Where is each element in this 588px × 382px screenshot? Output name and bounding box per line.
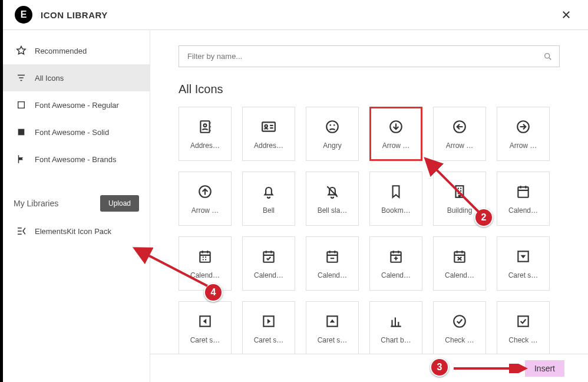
icon-card[interactable]: Arrow …: [369, 107, 422, 161]
icon-card[interactable]: Building: [433, 172, 486, 226]
check-circle-icon: [452, 312, 467, 330]
icon-card[interactable]: Calend…: [306, 236, 359, 291]
upload-button[interactable]: Upload: [100, 195, 139, 212]
icon-card[interactable]: Check …: [497, 301, 550, 354]
icon-card[interactable]: Chart b…: [369, 301, 422, 354]
bookmark-icon: [388, 183, 404, 200]
icon-card[interactable]: Check …: [433, 301, 486, 354]
address-book-icon: [197, 118, 213, 136]
icon-label: Calend…: [190, 271, 220, 279]
caret-square-down-icon: [516, 248, 531, 265]
icon-card[interactable]: Caret s…: [242, 301, 295, 354]
filter-input[interactable]: [179, 45, 560, 67]
filter-lines-icon: [16, 73, 27, 83]
close-icon: [561, 9, 572, 20]
check-square-icon: [516, 312, 531, 330]
sidebar-item-elementskit[interactable]: ElementsKit Icon Pack: [3, 218, 150, 245]
ek-icon: [16, 226, 27, 236]
icon-label: Caret s…: [318, 336, 348, 344]
building-icon: [452, 183, 467, 200]
angry-face-icon: [325, 118, 340, 136]
circle-arrow-left-icon: [452, 118, 467, 136]
address-card-icon: [261, 118, 276, 136]
bell-slash-icon: [325, 183, 340, 200]
icon-label: Arrow …: [191, 206, 219, 215]
icon-label: Addres…: [254, 141, 283, 150]
icon-card[interactable]: Bell sla…: [306, 172, 359, 226]
caret-square-up-icon: [325, 312, 340, 330]
icon-grid-scroll[interactable]: Addres…Addres…AngryArrow …Arrow …Arrow ……: [150, 101, 588, 354]
icon-label: Calend…: [254, 271, 283, 279]
icon-label: Caret s…: [190, 336, 220, 344]
icon-card[interactable]: Calend…: [497, 172, 550, 226]
modal-header: E ICON LIBRARY: [3, 0, 588, 30]
calendar-times-icon: [452, 248, 467, 265]
sidebar-item-label: Recommended: [35, 47, 87, 55]
sidebar-item-recommended[interactable]: Recommended: [3, 37, 150, 64]
my-libraries-label: My Libraries: [14, 199, 58, 208]
modal-title: ICON LIBRARY: [41, 10, 108, 20]
insert-button[interactable]: Insert: [525, 360, 564, 377]
icon-label: Angry: [323, 141, 341, 150]
icon-label: Calend…: [445, 271, 474, 279]
icon-card[interactable]: Arrow …: [179, 172, 232, 226]
icon-card[interactable]: Arrow …: [497, 107, 550, 161]
sidebar-item-label: Font Awesome - Regular: [35, 101, 119, 110]
sidebar-item-fa-regular[interactable]: Font Awesome - Regular: [3, 91, 150, 118]
flag-icon: [16, 154, 27, 164]
sidebar-item-label: All Icons: [35, 74, 64, 83]
calendar-check-icon: [261, 248, 276, 265]
sidebar-item-label: Font Awesome - Solid: [35, 128, 109, 137]
calendar-alt-icon: [197, 248, 213, 265]
icon-card[interactable]: Addres…: [179, 107, 232, 161]
sidebar-item-label: Font Awesome - Brands: [35, 155, 117, 164]
icon-label: Arrow …: [382, 141, 410, 150]
search-icon: [543, 52, 553, 61]
icon-label: Arrow …: [446, 141, 474, 150]
icon-card[interactable]: Caret s…: [179, 301, 232, 354]
icon-card[interactable]: Calend…: [369, 236, 422, 291]
icon-label: Bell sla…: [318, 206, 348, 215]
caret-square-right-icon: [261, 312, 276, 330]
my-libraries-row: My Libraries Upload: [3, 189, 150, 218]
icon-label: Chart b…: [381, 336, 411, 344]
icon-card[interactable]: Bookm…: [369, 172, 422, 226]
sidebar-item-label: ElementsKit Icon Pack: [35, 227, 111, 236]
sidebar-item-fa-brands[interactable]: Font Awesome - Brands: [3, 146, 150, 173]
icon-label: Building: [447, 206, 473, 215]
icon-label: Caret s…: [254, 336, 284, 344]
icon-card[interactable]: Addres…: [242, 107, 295, 161]
icon-label: Bell: [263, 206, 275, 215]
icon-label: Calend…: [508, 206, 538, 215]
close-button[interactable]: [556, 7, 576, 22]
icon-card[interactable]: Angry: [306, 107, 359, 161]
icon-label: Addres…: [190, 141, 220, 150]
square-solid-icon: [16, 127, 27, 137]
icon-label: Arrow …: [510, 141, 537, 150]
icon-label: Caret s…: [508, 271, 539, 279]
icon-card[interactable]: Caret s…: [497, 236, 550, 291]
calendar-plus-icon: [388, 248, 404, 265]
icon-card[interactable]: Calend…: [242, 236, 295, 291]
circle-arrow-down-icon: [388, 118, 404, 136]
sidebar: Recommended All Icons Font Awesome - Reg…: [3, 30, 150, 382]
icon-label: Bookm…: [381, 206, 410, 215]
elementor-logo: E: [15, 6, 32, 24]
sidebar-item-all-icons[interactable]: All Icons: [3, 64, 150, 91]
square-outline-icon: [16, 100, 27, 110]
icon-label: Check …: [508, 336, 537, 344]
caret-square-left-icon: [197, 312, 213, 330]
chart-bar-icon: [388, 312, 404, 330]
grid-title: All Icons: [150, 70, 588, 101]
icon-card[interactable]: Arrow …: [433, 107, 486, 161]
circle-arrow-right-icon: [516, 118, 531, 136]
main-panel: All Icons Addres…Addres…AngryArrow …Arro…: [150, 30, 588, 382]
icon-card[interactable]: Calend…: [433, 236, 486, 291]
sidebar-item-fa-solid[interactable]: Font Awesome - Solid: [3, 118, 150, 146]
circle-arrow-up-icon: [197, 183, 213, 200]
star-icon: [16, 45, 27, 56]
icon-card[interactable]: Calend…: [179, 236, 232, 291]
icon-card[interactable]: Bell: [242, 172, 295, 226]
modal-footer: Insert: [150, 354, 588, 382]
icon-card[interactable]: Caret s…: [306, 301, 359, 354]
